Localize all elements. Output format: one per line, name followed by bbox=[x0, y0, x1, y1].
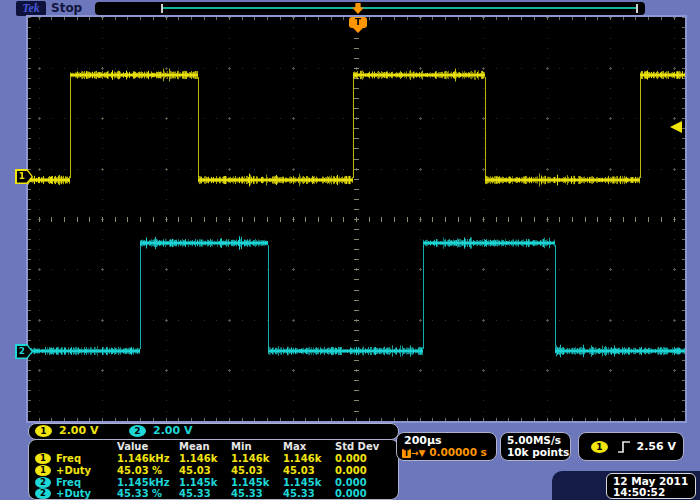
record-view-bar bbox=[95, 2, 645, 15]
measurement-max: 45.33 bbox=[283, 488, 315, 499]
trigger-position-readout: T→▼ 0.00000 s bbox=[402, 446, 487, 458]
measurement-mean: 1.145k bbox=[179, 477, 217, 488]
channel-1-scale: 2.00 V bbox=[59, 424, 98, 438]
column-header-min: Min bbox=[231, 441, 252, 452]
sample-rate: 5.00MS/s bbox=[507, 434, 561, 446]
waveform-display bbox=[28, 17, 685, 421]
time-label: 14:50:52 bbox=[613, 486, 665, 498]
column-header-value: Value bbox=[117, 441, 148, 452]
datetime-readout: 12 May 2011 14:50:52 bbox=[606, 473, 696, 499]
trigger-flag-tip-icon bbox=[353, 28, 363, 33]
column-header-stddev: Std Dev bbox=[335, 441, 379, 452]
graticule-frame bbox=[26, 15, 687, 423]
horizontal-readout: 200µs T→▼ 0.00000 s bbox=[396, 432, 497, 461]
row-channel-badge: 1 bbox=[35, 453, 51, 464]
record-window-left-bracket bbox=[161, 4, 163, 13]
acquisition-readout: 5.00MS/s 10k points bbox=[500, 432, 571, 461]
trigger-position-value: 0.00000 s bbox=[429, 446, 487, 458]
measurement-mean: 1.146k bbox=[179, 453, 217, 464]
rising-edge-icon bbox=[617, 440, 631, 454]
channel-1-marker-label: 1 bbox=[15, 169, 29, 184]
row-channel-badge: 1 bbox=[35, 465, 51, 476]
measurement-min: 45.33 bbox=[231, 488, 263, 499]
measurement-std: 0.000 bbox=[335, 477, 367, 488]
measurement-name: Freq bbox=[56, 453, 81, 464]
measurement-min: 1.146k bbox=[231, 453, 269, 464]
measurement-std: 0.000 bbox=[335, 453, 367, 464]
measurement-mean: 45.03 bbox=[179, 465, 211, 476]
channel-scale-bar: 1 2.00 V 2 2.00 V bbox=[28, 423, 399, 440]
measurement-row: 2 Freq 1.145kHz 1.145k 1.145k 1.145k 0.0… bbox=[29, 477, 398, 488]
row-channel-badge: 2 bbox=[35, 477, 51, 488]
measurement-row: 1 Freq 1.146kHz 1.146k 1.146k 1.146k 0.0… bbox=[29, 453, 398, 464]
measurement-max: 1.146k bbox=[283, 453, 321, 464]
measurement-table: Value Mean Min Max Std Dev 1 Freq 1.146k… bbox=[28, 439, 399, 500]
measurement-name: +Duty bbox=[56, 465, 91, 476]
measurement-value: 45.03 % bbox=[117, 465, 162, 476]
measurement-max: 45.03 bbox=[283, 465, 315, 476]
trigger-source-badge: 1 bbox=[591, 441, 608, 453]
channel-1-badge: 1 bbox=[35, 425, 52, 437]
oscilloscope-screen: Tek Stop T 1 2 1 2.00 V 2 2.00 V Value M… bbox=[0, 0, 700, 500]
trigger-t-icon: T bbox=[402, 449, 411, 458]
row-channel-badge: 2 bbox=[35, 488, 51, 499]
measurement-max: 1.145k bbox=[283, 477, 321, 488]
trigger-readout: 1 2.56 V bbox=[578, 432, 684, 461]
trigger-level-arrow-icon bbox=[670, 121, 682, 133]
acquisition-status: Stop bbox=[51, 1, 82, 16]
record-line bbox=[163, 7, 638, 9]
measurement-value: 1.146kHz bbox=[117, 453, 169, 464]
record-length: 10k points bbox=[507, 446, 569, 458]
measurement-value: 45.33 % bbox=[117, 488, 162, 499]
measurement-row: 2 +Duty 45.33 % 45.33 45.33 45.33 0.000 bbox=[29, 488, 398, 499]
measurement-value: 1.145kHz bbox=[117, 477, 169, 488]
measurement-std: 0.000 bbox=[335, 488, 367, 499]
channel-2-badge: 2 bbox=[129, 425, 146, 437]
channel-2-ground-marker: 2 bbox=[15, 344, 33, 359]
measurement-min: 45.03 bbox=[231, 465, 263, 476]
trigger-level: 2.56 V bbox=[637, 440, 676, 453]
record-window-right-bracket bbox=[636, 4, 638, 13]
measurement-name: Freq bbox=[56, 477, 81, 488]
tek-logo: Tek bbox=[16, 1, 46, 16]
channel-2-scale: 2.00 V bbox=[153, 424, 192, 438]
channel-1-ground-marker: 1 bbox=[15, 169, 33, 184]
trigger-flag-label: T bbox=[349, 17, 367, 28]
trigger-position-arrow-icon bbox=[352, 3, 364, 14]
position-arrows-icon: →▼ bbox=[411, 448, 425, 458]
trigger-position-flag: T bbox=[349, 17, 367, 33]
measurement-min: 1.145k bbox=[231, 477, 269, 488]
column-header-mean: Mean bbox=[179, 441, 210, 452]
measurement-row: 1 +Duty 45.03 % 45.03 45.03 45.03 0.000 bbox=[29, 465, 398, 476]
measurement-std: 0.000 bbox=[335, 465, 367, 476]
channel-2-marker-label: 2 bbox=[15, 344, 29, 359]
measurement-name: +Duty bbox=[56, 488, 91, 499]
measurement-mean: 45.33 bbox=[179, 488, 211, 499]
column-header-max: Max bbox=[283, 441, 306, 452]
